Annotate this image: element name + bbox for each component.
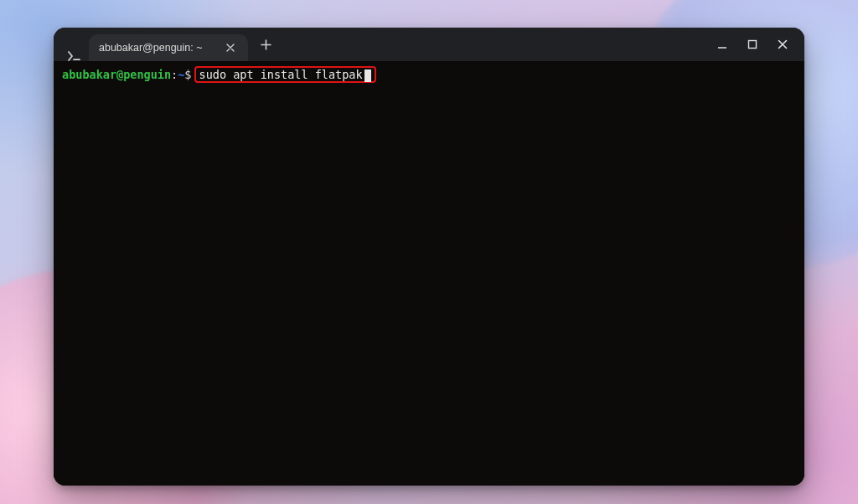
close-icon xyxy=(778,39,788,49)
titlebar-drag-region[interactable] xyxy=(278,28,709,61)
prompt-path: ~ xyxy=(178,66,184,83)
prompt-line: abubakar@penguin:~$ sudo apt install fla… xyxy=(62,66,796,83)
tab-title: abubakar@penguin: ~ xyxy=(99,42,214,54)
prompt-colon: : xyxy=(171,66,178,83)
tab-strip: abubakar@penguin: ~ xyxy=(54,28,278,61)
terminal-cursor xyxy=(364,69,371,82)
terminal-window: abubakar@penguin: ~ xyxy=(54,28,804,486)
terminal-icon xyxy=(60,51,89,61)
command-text: sudo apt install flatpak xyxy=(199,66,363,83)
prompt-at: @ xyxy=(116,66,123,83)
close-window-button[interactable] xyxy=(769,33,796,56)
prompt-symbol: $ xyxy=(184,66,191,83)
window-controls xyxy=(709,28,804,61)
maximize-icon xyxy=(747,39,757,49)
prompt-user: abubakar xyxy=(62,66,116,83)
command-highlight-box: sudo apt install flatpak xyxy=(194,66,376,83)
title-bar[interactable]: abubakar@penguin: ~ xyxy=(54,28,804,61)
close-icon xyxy=(226,44,235,52)
prompt-host: penguin xyxy=(123,66,171,83)
plus-icon xyxy=(261,39,271,50)
tab-close-button[interactable] xyxy=(223,40,238,55)
terminal-body: abubakar@penguin:~$ sudo apt install fla… xyxy=(54,61,804,486)
maximize-button[interactable] xyxy=(739,33,766,56)
minimize-icon xyxy=(717,39,727,49)
tab-active[interactable]: abubakar@penguin: ~ xyxy=(89,34,248,61)
svg-rect-2 xyxy=(749,41,757,49)
minimize-button[interactable] xyxy=(709,33,736,56)
new-tab-button[interactable] xyxy=(253,39,278,50)
